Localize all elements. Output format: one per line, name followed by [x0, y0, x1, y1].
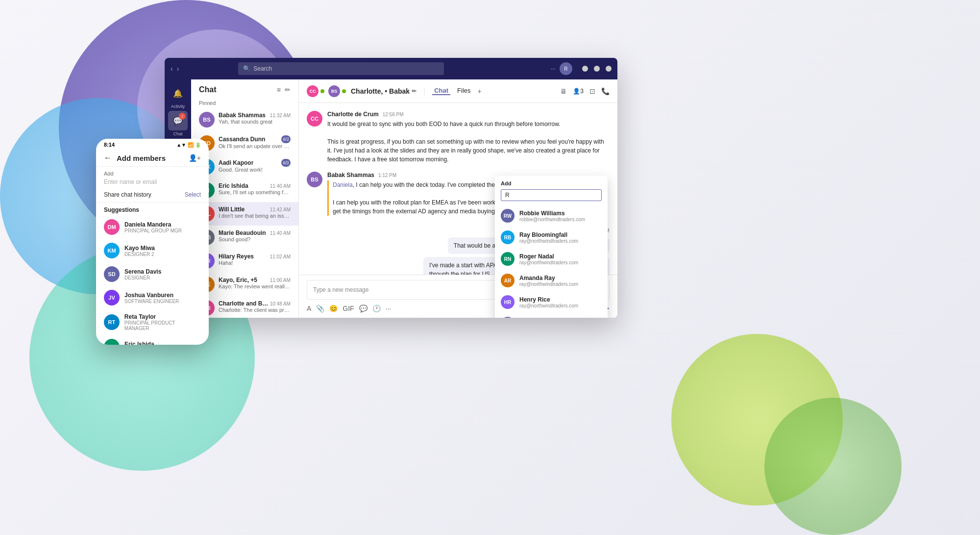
phone-name-reta: Reta Taylor: [124, 313, 201, 320]
add-suggestion-henry[interactable]: HR Henry Rice ray@northwindtraders.com: [495, 291, 608, 313]
phone-name-serena: Serena Davis: [124, 268, 161, 275]
call-button[interactable]: 📞: [601, 87, 610, 95]
sug-email-henry: ray@northwindtraders.com: [519, 303, 578, 308]
add-suggestion-amanda[interactable]: AR Amanda Ray ray@northwindtraders.com: [495, 270, 608, 291]
video-call-button[interactable]: 🖥: [560, 87, 567, 95]
minimize-button[interactable]: [582, 66, 588, 72]
avatar-babak-shammas: BS: [199, 112, 215, 127]
emoji-button[interactable]: 😊: [329, 305, 338, 312]
add-suggestion-robbie[interactable]: RW Robbie Williams robbie@northwindtrade…: [495, 205, 608, 227]
screen-share-button[interactable]: ⊡: [589, 87, 595, 95]
msg-sender-babak1: Babak Shammas: [327, 172, 374, 178]
sug-name-ray-b: Ray Bloomingfall: [519, 231, 578, 238]
add-suggestion-rocket[interactable]: RS Rocket science 🚀: [495, 313, 608, 318]
phone-role-daniela: PRINCIPAL GROUP MGR: [124, 228, 182, 233]
gif-button[interactable]: GIF: [343, 305, 354, 312]
chat-info-hilary: Hilary Reyes 11:02 AM Haha!: [219, 253, 291, 266]
phone-mockup: 8:14 ▲▼ 📶 🔋 ← Add members 👤+ Add Enter n…: [96, 139, 209, 345]
pinned-label: Pinned: [191, 98, 298, 108]
sug-name-amanda: Amanda Ray: [519, 275, 578, 281]
sug-email-roger: ray@northwindtraders.com: [519, 260, 578, 265]
close-button[interactable]: [606, 66, 612, 72]
chat-preview-kayo: Kayo: The review went really well! Can't…: [219, 283, 291, 289]
chat-badge-cassandra: 6/2: [281, 135, 291, 143]
sidebar-item-activity[interactable]: 🔔 Activity: [168, 83, 188, 109]
phone-role-kayo: DESIGNER 2: [124, 252, 155, 257]
chat-item-babak-shammas[interactable]: BS Babak Shammas 11:32 AM Yah, that soun…: [191, 108, 298, 131]
phone-person-daniela[interactable]: DM Daniela Mandera PRINCIPAL GROUP MGR: [96, 215, 209, 239]
app-body: 🔔 Activity 💬 2 Chat 👥 Teams 📅: [165, 79, 617, 318]
chat-info-aadi: Aadi Kapoor 6/2 Good. Great work!: [219, 159, 291, 173]
chat-name-hilary: Hilary Reyes: [219, 253, 254, 260]
sug-info-ray-b: Ray Bloomingfall ray@northwindtraders.co…: [519, 231, 578, 244]
tab-chat[interactable]: Chat: [432, 87, 450, 95]
add-tab-button[interactable]: +: [478, 87, 482, 95]
sidebar-item-chat[interactable]: 💬 2 Chat: [168, 111, 188, 136]
msg-content-charlotte: Charlotte de Crum 12:56 PM It would be g…: [327, 111, 610, 164]
chat-name-aadi: Aadi Kapoor: [219, 159, 253, 166]
phone-name-kayo: Kayo Miwa: [124, 245, 155, 252]
chat-participants-name: Charlotte, • Babak: [351, 87, 410, 95]
chat-header: CC BS Charlotte, • Babak ✏ | Chat Files …: [299, 79, 617, 103]
wifi-icon: 📶: [188, 142, 194, 148]
bg-circle-green2: [764, 398, 902, 535]
window-controls: [582, 66, 612, 72]
online-indicator-babak: [342, 89, 346, 93]
phone-role-serena: DESIGNER: [124, 275, 161, 280]
sug-email-amanda: ray@northwindtraders.com: [519, 281, 578, 287]
header-divider: |: [423, 87, 425, 96]
title-bar-actions: ··· R: [551, 62, 612, 75]
chat-info-cassandra: Cassandra Dunn 6/2 Ok I'll send an updat…: [219, 135, 291, 149]
add-dropdown-input[interactable]: R: [501, 189, 602, 201]
sidebar-label-chat: Chat: [173, 131, 182, 136]
chat-preview-will: I don't see that being an issue, can tak…: [219, 213, 291, 219]
chat-info-marie: Marie Beaudouin 11:40 AM Sound good?: [219, 229, 291, 242]
compose-button[interactable]: ✏: [285, 86, 291, 94]
filter-button[interactable]: ≡: [277, 86, 281, 94]
forward-button[interactable]: ›: [177, 65, 179, 73]
phone-person-joshua[interactable]: JV Joshua Vanburen SOFTWARE ENGINEER: [96, 286, 209, 309]
add-dropdown-header: Add: [495, 176, 608, 189]
chat-preview-hilary: Haha!: [219, 260, 291, 266]
msg-text-charlotte: It would be great to sync with you both …: [327, 120, 610, 164]
phone-person-serena[interactable]: SD Serena Davis DESIGNER: [96, 262, 209, 286]
more-actions-button[interactable]: ···: [386, 305, 392, 312]
chat-name-will: Will Little: [219, 206, 245, 213]
sticker-button[interactable]: 💬: [359, 305, 368, 312]
phone-person-kayo[interactable]: KM Kayo Miwa DESIGNER 2: [96, 239, 209, 262]
phone-add-input[interactable]: Enter name or email: [104, 178, 201, 185]
back-button[interactable]: ‹: [171, 65, 173, 73]
more-options-button[interactable]: ···: [551, 65, 556, 72]
phone-person-reta[interactable]: RT Reta Taylor PRINCIPAL PRODUCT MANAGER: [96, 309, 209, 335]
phone-person-eric[interactable]: EI Eric Ishida DESIGNER 2: [96, 335, 209, 345]
user-avatar[interactable]: R: [560, 62, 572, 75]
title-bar-nav: ‹ ›: [171, 65, 179, 73]
msg-avatar-charlotte: CC: [307, 111, 322, 127]
sug-email-ray-b: ray@northwindtraders.com: [519, 238, 578, 244]
format-button[interactable]: A: [307, 305, 311, 312]
header-avatar-babak: BS: [328, 85, 340, 97]
chat-info-babak: Babak Shammas 11:32 AM Yah, that sounds …: [219, 112, 291, 125]
phone-select-button[interactable]: Select: [185, 191, 201, 198]
attach-button[interactable]: 📎: [316, 305, 324, 312]
search-bar[interactable]: 🔍 Search: [238, 62, 444, 75]
schedule-button[interactable]: 🕐: [372, 305, 381, 312]
phone-info-joshua: Joshua Vanburen SOFTWARE ENGINEER: [124, 292, 179, 304]
add-suggestion-ray-b[interactable]: RB Ray Bloomingfall ray@northwindtraders…: [495, 227, 608, 248]
phone-status-bar: 8:14 ▲▼ 📶 🔋: [96, 139, 209, 150]
sug-name-robbie: Robbie Williams: [519, 210, 585, 217]
maximize-button[interactable]: [594, 66, 600, 72]
add-suggestion-roger[interactable]: RN Roger Nadal ray@northwindtraders.com: [495, 248, 608, 270]
sug-avatar-henry: HR: [501, 295, 514, 309]
phone-name-daniela: Daniela Mandera: [124, 221, 182, 228]
phone-add-person-icon[interactable]: 👤+: [189, 154, 201, 162]
edit-icon[interactable]: ✏: [412, 88, 416, 95]
sug-avatar-amanda: AR: [501, 274, 514, 287]
chat-name-babak: Babak Shammas: [219, 112, 266, 119]
chat-list-title: Chat: [199, 85, 217, 94]
tab-files[interactable]: Files: [455, 87, 472, 95]
participant-count: 👤3: [573, 88, 584, 95]
title-bar: ‹ › 🔍 Search ··· R: [165, 58, 617, 79]
phone-back-button[interactable]: ←: [104, 153, 112, 162]
chat-name-eric: Eric Ishida: [219, 182, 248, 189]
